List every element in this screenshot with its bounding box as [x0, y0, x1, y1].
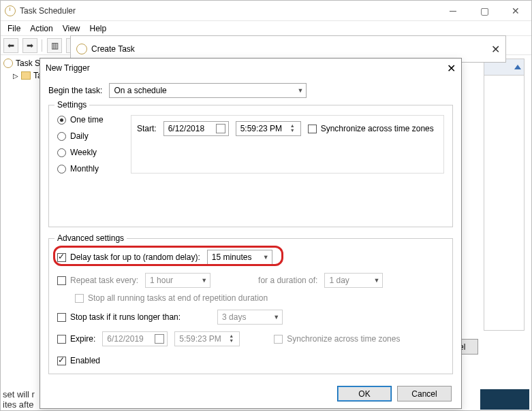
close-button[interactable]: ✕ [500, 1, 531, 21]
delay-value-combo[interactable]: 15 minutes ▼ [207, 250, 272, 265]
corner-thumbnail [480, 389, 529, 410]
dialog-buttons: OK Cancel [337, 386, 452, 401]
chevron-down-icon: ▼ [374, 277, 380, 284]
menu-action[interactable]: Action [30, 24, 52, 33]
schedule-monthly-radio[interactable]: Monthly [57, 164, 119, 174]
expire-checkbox[interactable]: Expire: [57, 334, 95, 344]
stop-if-long-checkbox[interactable]: Stop task if it runs longer than: [57, 312, 181, 322]
app-icon [5, 5, 16, 16]
dialog-close-icon[interactable]: ✕ [447, 62, 456, 75]
chevron-down-icon: ▼ [297, 87, 303, 94]
checkbox-icon [57, 313, 66, 322]
radio-icon [57, 165, 66, 174]
expire-sync-tz-checkbox: Synchronize across time zones [274, 334, 400, 344]
checkbox-icon [57, 335, 66, 344]
checkbox-icon [308, 125, 317, 133]
cancel-button[interactable]: Cancel [397, 386, 452, 401]
create-task-close-icon[interactable]: ✕ [491, 43, 500, 56]
checkbox-icon [57, 357, 66, 365]
expire-time-picker: 5:59:23 PM ▲▼ [174, 331, 240, 346]
chevron-down-icon: ▼ [263, 254, 269, 261]
start-label: Start: [137, 124, 157, 133]
start-date-picker[interactable]: 6/12/2018 [163, 121, 229, 136]
window-controls: ─ ▢ ✕ [437, 1, 531, 21]
truncated-text: set will r ites afte [0, 389, 35, 410]
menu-view[interactable]: View [63, 24, 80, 33]
spinner-icon: ▲▼ [290, 123, 298, 133]
checkbox-icon [274, 335, 283, 344]
stop-all-tasks-checkbox: Stop all running tasks at end of repetit… [75, 293, 268, 303]
create-task-title: Create Task [91, 44, 135, 54]
schedule-daily-radio[interactable]: Daily [57, 131, 119, 141]
begin-task-label: Begin the task: [48, 86, 102, 95]
expire-date-picker: 6/12/2019 [102, 331, 168, 346]
back-button[interactable]: ⬅ [3, 38, 18, 53]
checkbox-icon [57, 276, 66, 285]
expand-icon[interactable]: ▷ [13, 72, 18, 80]
titlebar: Task Scheduler ─ ▢ ✕ [1, 1, 531, 21]
chevron-down-icon: ▼ [273, 314, 279, 320]
spinner-icon: ▲▼ [229, 333, 237, 343]
dialog-title: New Trigger [46, 63, 90, 73]
start-time-picker[interactable]: 5:59:23 PM ▲▼ [236, 121, 301, 136]
tree-root-label: Task S [16, 59, 40, 68]
app-title: Task Scheduler [20, 6, 437, 16]
chevron-down-icon: ▼ [201, 277, 207, 284]
collapse-icon[interactable] [514, 65, 521, 69]
radio-icon [57, 116, 66, 125]
schedule-weekly-radio[interactable]: Weekly [57, 148, 119, 157]
toolbar-icon-1[interactable]: ▥ [47, 38, 62, 53]
forward-button[interactable]: ➡ [22, 38, 37, 53]
checkbox-icon [57, 253, 66, 262]
create-task-icon [76, 44, 87, 54]
repeat-interval-combo: 1 hour ▼ [145, 273, 210, 288]
calendar-icon [155, 334, 164, 344]
checkbox-icon [75, 294, 84, 303]
radio-icon [57, 132, 66, 141]
settings-group-label: Settings [54, 100, 89, 110]
repeat-task-checkbox[interactable]: Repeat task every: [57, 276, 138, 285]
folder-icon [21, 71, 31, 80]
sync-timezones-checkbox[interactable]: Synchronize across time zones [308, 124, 434, 133]
delay-task-checkbox[interactable]: Delay task for up to (random delay): [57, 252, 200, 262]
settings-group: Settings One time Daily Weekly Monthly S… [48, 105, 453, 227]
dialog-titlebar: New Trigger ✕ [40, 59, 461, 78]
new-trigger-dialog: New Trigger ✕ Begin the task: On a sched… [40, 58, 462, 409]
begin-task-combo[interactable]: On a schedule ▼ [109, 83, 307, 98]
advanced-settings-group: Advanced settings Delay task for up to (… [48, 238, 453, 374]
schedule-one-time-radio[interactable]: One time [57, 115, 119, 125]
actions-pane [484, 59, 525, 331]
menu-help[interactable]: Help [90, 24, 107, 33]
repeat-duration-combo: 1 day ▼ [324, 273, 383, 288]
maximize-button[interactable]: ▢ [469, 1, 500, 21]
repeat-duration-label: for a duration of: [258, 276, 317, 285]
stop-if-long-combo: 3 days ▼ [217, 310, 283, 325]
minimize-button[interactable]: ─ [437, 1, 469, 21]
clock-icon [3, 59, 13, 68]
radio-icon [57, 148, 66, 157]
enabled-checkbox[interactable]: Enabled [57, 356, 100, 365]
menubar: File Action View Help [1, 21, 531, 36]
toolbar-separator [42, 39, 43, 52]
menu-file[interactable]: File [7, 24, 20, 33]
advanced-group-label: Advanced settings [54, 233, 127, 243]
calendar-icon [216, 124, 225, 133]
ok-button[interactable]: OK [337, 386, 392, 401]
